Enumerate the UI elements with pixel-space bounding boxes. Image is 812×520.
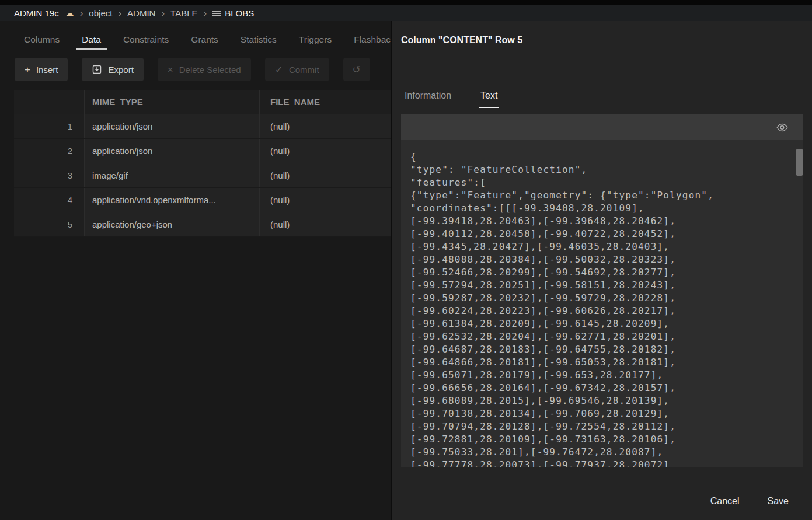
tab-statistics[interactable]: Statistics (229, 29, 288, 50)
eye-icon (776, 123, 789, 132)
check-icon: ✓ (275, 65, 283, 75)
chevron-right-icon: › (79, 8, 84, 18)
panel-tabs: Information Text (403, 82, 525, 110)
app-window: ADMIN 19c ☁ › object › ADMIN › TABLE › B… (0, 0, 812, 520)
breadcrumb: ADMIN 19c ☁ › object › ADMIN › TABLE › B… (0, 5, 812, 21)
tab-triggers[interactable]: Triggers (288, 29, 343, 50)
breadcrumb-item-type[interactable]: TABLE (170, 8, 197, 18)
grid-header-rownum (14, 90, 85, 114)
insert-button-label: Insert (36, 65, 58, 75)
insert-button[interactable]: + Insert (15, 58, 68, 81)
tab-columns[interactable]: Columns (13, 29, 71, 50)
cell-mime-type[interactable]: application/vnd.openxmlforma... (85, 188, 260, 212)
scrollbar-thumb[interactable] (796, 149, 803, 176)
save-button[interactable]: Save (768, 496, 789, 507)
breadcrumb-object-name[interactable]: BLOBS (212, 8, 254, 18)
breadcrumb-object-label: BLOBS (225, 8, 254, 18)
cell-mime-type[interactable]: application/json (85, 114, 260, 138)
row-number[interactable]: 5 (14, 212, 85, 236)
table-list-icon (212, 10, 221, 17)
panel-title: Column "CONTENT" Row 5 (401, 35, 522, 46)
row-number[interactable]: 2 (14, 139, 85, 163)
cell-content-text[interactable]: { "type": "FeatureCollection", "features… (401, 140, 803, 467)
cloud-icon: ☁ (65, 8, 74, 19)
data-toolbar: + Insert Export × Delete Selected ✓ Comm… (15, 58, 370, 81)
preview-button[interactable] (776, 123, 789, 132)
breadcrumb-item-schema[interactable]: ADMIN (127, 8, 155, 18)
tab-information[interactable]: Information (403, 82, 452, 110)
plus-icon: + (25, 65, 30, 75)
row-number[interactable]: 4 (14, 188, 85, 212)
rollback-button[interactable]: ↺ (343, 58, 370, 81)
chevron-right-icon: › (203, 8, 207, 18)
export-button-label: Export (108, 65, 133, 75)
chevron-right-icon: › (161, 8, 165, 18)
tab-grants[interactable]: Grants (180, 29, 229, 50)
cell-value-panel: Column "CONTENT" Row 5 Information Text … (391, 21, 812, 520)
delete-selected-button[interactable]: × Delete Selected (158, 58, 251, 81)
delete-selected-label: Delete Selected (179, 65, 241, 75)
chevron-right-icon: › (117, 8, 122, 18)
browser-chrome-strip (0, 0, 812, 5)
editor-toolbar (401, 114, 803, 140)
tab-text[interactable]: Text (479, 82, 499, 110)
cancel-button[interactable]: Cancel (710, 496, 740, 507)
undo-icon: ↺ (353, 65, 361, 75)
cell-mime-type[interactable]: image/gif (85, 163, 260, 187)
object-tabs: Columns Data Constraints Grants Statisti… (13, 29, 406, 50)
breadcrumb-connection[interactable]: ADMIN 19c (14, 8, 59, 18)
panel-footer: Cancel Save (392, 483, 812, 520)
cell-mime-type[interactable]: application/geo+json (85, 212, 260, 236)
row-number[interactable]: 1 (14, 114, 85, 138)
panel-header: Column "CONTENT" Row 5 (392, 21, 812, 60)
commit-button[interactable]: ✓ Commit (265, 58, 329, 81)
export-button[interactable]: Export (82, 58, 143, 81)
tab-constraints[interactable]: Constraints (112, 29, 180, 50)
tab-data[interactable]: Data (71, 29, 112, 50)
grid-header-mime-type[interactable]: MIME_TYPE (85, 90, 260, 114)
close-icon: × (168, 65, 173, 75)
cell-mime-type[interactable]: application/json (85, 139, 260, 163)
breadcrumb-item-object[interactable]: object (89, 8, 112, 18)
row-number[interactable]: 3 (14, 163, 85, 187)
commit-button-label: Commit (289, 65, 319, 75)
export-icon (92, 64, 102, 75)
text-editor[interactable]: { "type": "FeatureCollection", "features… (401, 140, 803, 467)
